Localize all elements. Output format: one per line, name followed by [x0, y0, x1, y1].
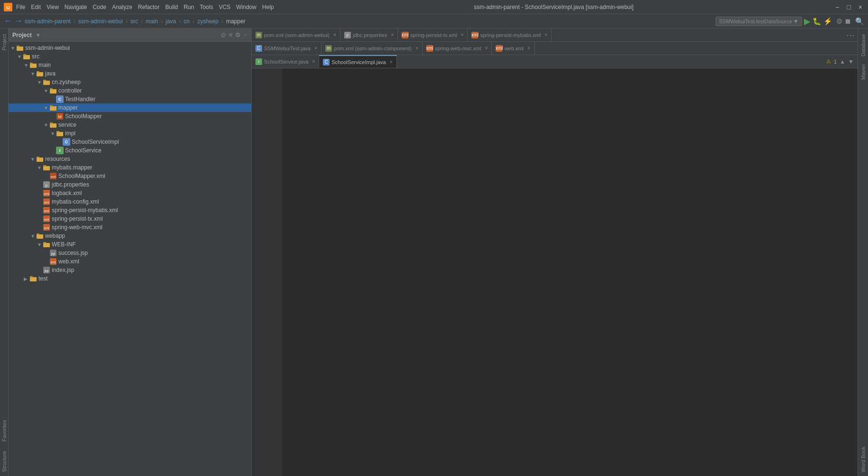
tab-spring-web-mvc[interactable]: xml spring-web-mvc.xml ×	[423, 42, 492, 55]
tab-pom-component[interactable]: m pom.xml (ssm-admin-component) ×	[321, 42, 423, 55]
folder-icon	[43, 241, 50, 248]
tab-icon-school-service: I	[255, 58, 262, 65]
tab-jdbc[interactable]: p jdbc.properties ×	[340, 28, 398, 42]
tree-item-4[interactable]: ▼java	[9, 69, 251, 78]
tree-item-18[interactable]: xmllogback.xml	[9, 189, 251, 197]
settings-button[interactable]: ⚙	[836, 17, 842, 26]
tab-bar-1-overflow[interactable]: ⋯	[843, 30, 858, 40]
maven-panel-label[interactable]: Maven	[859, 60, 868, 84]
tab-ssmwebuiTest[interactable]: C SSMWebuiTest.java ×	[252, 42, 321, 55]
tree-item-7[interactable]: CTestHandler	[9, 95, 251, 103]
tree-item-11[interactable]: ▼impl	[9, 129, 251, 138]
tree-item-6[interactable]: ▼controller	[9, 86, 251, 95]
breadcrumb-module[interactable]: ssm-admin-webui	[78, 18, 123, 25]
tree-item-25[interactable]: jspsuccess.jsp	[9, 249, 251, 257]
tree-item-21[interactable]: xmlspring-persist-tx.xml	[9, 215, 251, 223]
breadcrumb-src[interactable]: src	[131, 18, 138, 25]
tree-item-19[interactable]: xmlmybatis-config.xml	[9, 197, 251, 206]
tab-school-service[interactable]: I SchoolService.java ×	[252, 55, 319, 68]
tree-item-12[interactable]: CSchoolServiceImpl	[9, 138, 251, 146]
tab-persist-tx[interactable]: xml spring-persist-tx.xml ×	[398, 28, 468, 42]
tree-item-28[interactable]: ▶test	[9, 274, 251, 283]
tab-close-spring-web-mvc[interactable]: ×	[485, 46, 488, 51]
menu-refactor[interactable]: Refactor	[138, 4, 160, 10]
database-panel-label[interactable]: Database	[859, 30, 868, 60]
menu-file[interactable]: File	[16, 4, 25, 10]
warning-nav-up[interactable]: ▲	[840, 58, 845, 65]
tree-item-9[interactable]: MSchoolMapper	[9, 112, 251, 121]
stop-button[interactable]: ⏹	[844, 17, 851, 25]
tab-label-school-service-impl: SchoolServiceImpl.java	[331, 59, 386, 65]
menu-analyze[interactable]: Analyze	[112, 4, 132, 10]
forward-button[interactable]: →	[14, 16, 23, 26]
search-everywhere-button[interactable]: 🔍	[855, 17, 864, 26]
run-button[interactable]: ▶	[804, 16, 811, 27]
menu-build[interactable]: Build	[165, 4, 178, 10]
coverage-button[interactable]: ⚡	[823, 17, 832, 26]
code-editor[interactable]	[282, 68, 858, 476]
menu-help[interactable]: Help	[262, 4, 274, 10]
tab-school-service-impl[interactable]: C SchoolServiceImpl.java ×	[319, 55, 396, 68]
tree-item-17[interactable]: pjdbc.properties	[9, 180, 251, 189]
menu-view[interactable]: View	[47, 4, 59, 10]
tree-item-3[interactable]: ▼main	[9, 61, 251, 69]
maximize-button[interactable]: □	[845, 3, 852, 11]
svg-rect-20	[57, 132, 63, 136]
warning-nav-down[interactable]: ▼	[848, 58, 854, 65]
tab-web-xml[interactable]: xml web.xml ×	[492, 42, 534, 55]
tab-close-school-service[interactable]: ×	[312, 59, 315, 64]
run-config-selector[interactable]: SSMWebuiTest.testDataSource ▼	[716, 17, 802, 26]
tab-close-jdbc[interactable]: ×	[391, 32, 394, 37]
tree-item-14[interactable]: ▼resources	[9, 155, 251, 163]
favorites-side-label[interactable]: Favorites	[0, 416, 8, 445]
debug-button[interactable]: 🐛	[812, 17, 821, 26]
close-button[interactable]: ×	[857, 3, 864, 11]
menu-run[interactable]: Run	[184, 4, 194, 10]
tree-item-16[interactable]: xmlSchoolMapper.xml	[9, 172, 251, 180]
wordbook-panel-label[interactable]: Word Book	[859, 443, 868, 476]
menu-tools[interactable]: Tools	[200, 4, 213, 10]
menu-navigate[interactable]: Navigate	[65, 4, 87, 10]
project-side-label[interactable]: Project	[0, 30, 8, 54]
menu-vcs[interactable]: VCS	[219, 4, 231, 10]
tab-close-school-service-impl[interactable]: ×	[390, 59, 393, 65]
tree-item-27[interactable]: jspindex.jsp	[9, 266, 251, 274]
tree-item-20[interactable]: xmlspring-persist-mybatis.xml	[9, 206, 251, 215]
locate-icon[interactable]: ⊙	[221, 31, 226, 38]
tab-close-persist-tx[interactable]: ×	[461, 32, 463, 37]
breadcrumb-cn[interactable]: cn	[184, 18, 190, 25]
svg-rect-11	[43, 80, 46, 81]
collapse-icon[interactable]: ≡	[229, 31, 233, 38]
menu-window[interactable]: Window	[236, 4, 256, 10]
tree-item-1[interactable]: ▼ssm-admin-webui	[9, 44, 251, 52]
tab-close-pom-webui[interactable]: ×	[333, 32, 336, 37]
breadcrumb-zysheep[interactable]: zysheep	[197, 18, 218, 25]
tree-item-8[interactable]: ▼mapper	[9, 103, 251, 112]
tree-item-5[interactable]: ▼cn.zysheep	[9, 78, 251, 86]
back-button[interactable]: ←	[4, 16, 12, 26]
tree-item-15[interactable]: ▼mybaits.mapper	[9, 163, 251, 172]
tab-close-ssmwebuiTest[interactable]: ×	[314, 46, 317, 51]
breadcrumb-java[interactable]: java	[166, 18, 176, 25]
tab-close-web-xml[interactable]: ×	[528, 46, 530, 51]
menu-edit[interactable]: Edit	[31, 4, 41, 10]
tab-pom-webui[interactable]: m pom.xml (ssm-admin-webui) ×	[252, 28, 340, 42]
tab-close-persist-mybatis[interactable]: ×	[545, 32, 547, 37]
close-panel-icon[interactable]: −	[244, 31, 247, 38]
tree-item-26[interactable]: xmlweb.xml	[9, 257, 251, 266]
minimize-button[interactable]: −	[833, 3, 841, 11]
breadcrumb-main[interactable]: main	[146, 18, 158, 25]
tree-item-10[interactable]: ▼service	[9, 121, 251, 129]
tree-item-2[interactable]: ▼src	[9, 52, 251, 61]
menu-code[interactable]: Code	[93, 4, 106, 10]
breadcrumb-mapper[interactable]: mapper	[226, 18, 245, 25]
tree-item-13[interactable]: ISchoolService	[9, 146, 251, 155]
tree-settings-icon[interactable]: ⚙	[235, 31, 241, 38]
tab-persist-mybatis[interactable]: xml spring-persist-mybatis.xml ×	[468, 28, 552, 42]
tab-close-pom-component[interactable]: ×	[415, 46, 418, 51]
tree-item-22[interactable]: xmlspring-web-mvc.xml	[9, 223, 251, 232]
structure-side-label[interactable]: Structure	[0, 447, 8, 476]
breadcrumb-root[interactable]: ssm-admin-parent	[25, 18, 71, 25]
tree-item-24[interactable]: ▼WEB-INF	[9, 240, 251, 249]
tree-item-23[interactable]: ▼webapp	[9, 232, 251, 240]
